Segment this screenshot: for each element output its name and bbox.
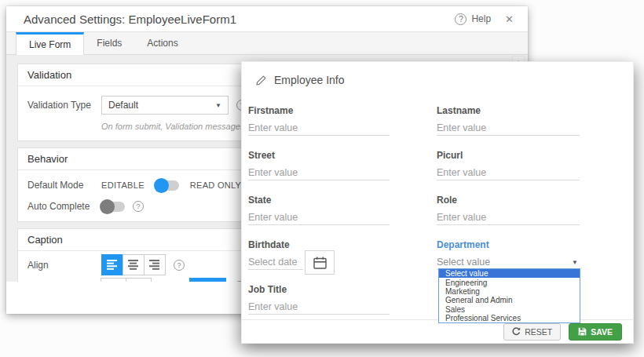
birthdate-input[interactable]: Select date — [248, 255, 303, 270]
auto-complete-help-icon[interactable]: ? — [133, 201, 144, 212]
position-label: Position — [27, 281, 101, 282]
default-mode-label: Default Mode — [27, 180, 101, 191]
validation-type-value: Default — [108, 100, 138, 111]
role-field: Role Enter value — [437, 195, 580, 225]
picurl-field: Picurl Enter value — [437, 150, 580, 180]
toggle-knob — [100, 199, 115, 214]
state-label: State — [248, 195, 390, 206]
dropdown-option[interactable]: Marketing — [439, 287, 580, 296]
state-input[interactable]: Enter value — [248, 210, 390, 225]
auto-complete-label: Auto Complete — [27, 201, 101, 212]
caption-position-left-button[interactable] — [101, 278, 126, 282]
job-title-input[interactable]: Enter value — [248, 300, 390, 315]
caret-down-icon: ▼ — [215, 102, 221, 109]
dropdown-option[interactable]: General and Admin — [439, 296, 580, 304]
picurl-input[interactable]: Enter value — [437, 166, 580, 180]
reset-button[interactable]: RESET — [503, 323, 561, 341]
job-title-label: Job Title — [248, 284, 390, 295]
caption-position-top-button[interactable] — [189, 278, 226, 282]
street-field: Street Enter value — [248, 150, 390, 180]
save-icon — [578, 327, 587, 336]
employee-info-panel: Employee Info Firstname Enter value Last… — [241, 61, 634, 344]
dropdown-option[interactable]: Select value — [439, 269, 580, 278]
dropdown-option[interactable]: Engineering — [439, 278, 580, 286]
department-field: Department Select value ▼ — [437, 239, 580, 270]
caption-position-right-button[interactable] — [126, 278, 152, 282]
align-left-icon — [107, 260, 118, 270]
birthdate-field: Birthdate Select date — [248, 239, 390, 270]
lastname-input[interactable]: Enter value — [437, 121, 580, 136]
toggle-knob — [154, 178, 169, 193]
tab-live-form[interactable]: Live Form — [16, 32, 84, 55]
tab-actions[interactable]: Actions — [134, 32, 190, 54]
department-label: Department — [437, 239, 580, 250]
calendar-icon — [313, 257, 327, 269]
lastname-field: Lastname Enter value — [437, 105, 580, 136]
save-button[interactable]: SAVE — [569, 323, 622, 341]
form-title: Employee Info — [274, 74, 345, 86]
validation-type-label: Validation Type — [27, 100, 101, 111]
pencil-icon — [256, 75, 266, 86]
align-label: Align — [27, 260, 101, 271]
align-left-button[interactable] — [101, 254, 123, 275]
auto-complete-toggle[interactable] — [101, 202, 125, 212]
job-title-field: Job Title Enter value — [248, 284, 390, 315]
department-dropdown-list: Select value Engineering Marketing Gener… — [438, 268, 580, 323]
close-icon[interactable]: ✕ — [505, 13, 514, 25]
validation-type-select[interactable]: Default ▼ — [101, 96, 229, 115]
align-right-button[interactable] — [144, 254, 166, 275]
role-input[interactable]: Enter value — [437, 210, 580, 225]
firstname-input[interactable]: Enter value — [248, 121, 390, 136]
firstname-field: Firstname Enter value — [248, 105, 390, 136]
align-right-icon — [149, 260, 160, 270]
help-link[interactable]: Help — [471, 13, 491, 24]
caret-down-icon: ▼ — [572, 259, 578, 266]
align-center-icon — [128, 260, 139, 270]
refresh-icon — [512, 327, 521, 336]
form-title-row: Employee Info — [242, 62, 633, 93]
street-input[interactable]: Enter value — [248, 166, 390, 180]
date-picker-button[interactable] — [305, 250, 335, 275]
state-field: State Enter value — [248, 195, 390, 225]
birthdate-label: Birthdate — [248, 239, 390, 250]
help-icon[interactable]: ? — [455, 13, 467, 25]
align-help-icon[interactable]: ? — [174, 260, 185, 271]
dialog-header: Advanced Settings: EmployeeLiveForm1 ? H… — [6, 6, 528, 32]
default-mode-toggle[interactable] — [156, 180, 179, 191]
tab-fields[interactable]: Fields — [84, 32, 134, 54]
lastname-label: Lastname — [437, 105, 580, 116]
street-label: Street — [248, 150, 390, 161]
editable-label: EDITABLE — [101, 180, 145, 190]
dropdown-option[interactable]: Professional Services — [439, 314, 580, 322]
dialog-title: Advanced Settings: EmployeeLiveForm1 — [24, 13, 455, 26]
picurl-label: Picurl — [437, 150, 580, 161]
dialog-tabs: Live Form Fields Actions — [6, 32, 528, 55]
role-label: Role — [437, 195, 580, 206]
read-only-label: READ ONLY — [190, 180, 241, 190]
firstname-label: Firstname — [248, 105, 390, 116]
dropdown-option[interactable]: Sales — [439, 305, 580, 314]
align-center-button[interactable] — [123, 254, 145, 275]
